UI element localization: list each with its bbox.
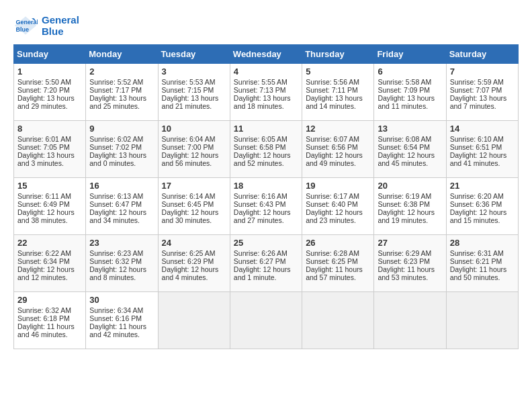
sunset: Sunset: 6:43 PM	[234, 200, 286, 208]
daylight: Daylight: 12 hours and 34 minutes.	[89, 208, 146, 224]
day-cell-27: 27Sunrise: 6:29 AMSunset: 6:23 PMDayligh…	[374, 235, 446, 292]
day-number: 23	[89, 238, 154, 248]
day-number: 9	[89, 124, 154, 134]
sunset: Sunset: 6:56 PM	[306, 143, 358, 151]
day-cell-16: 16Sunrise: 6:13 AMSunset: 6:47 PMDayligh…	[86, 178, 158, 235]
sunset: Sunset: 7:09 PM	[378, 86, 430, 94]
day-cell-11: 11Sunrise: 6:05 AMSunset: 6:58 PMDayligh…	[230, 121, 302, 178]
day-cell-4: 4Sunrise: 5:55 AMSunset: 7:13 PMDaylight…	[230, 64, 302, 121]
daylight: Daylight: 12 hours and 45 minutes.	[378, 151, 435, 167]
day-cell-21: 21Sunrise: 6:20 AMSunset: 6:36 PMDayligh…	[446, 178, 518, 235]
sunrise: Sunrise: 6:11 AM	[17, 192, 71, 200]
sunset: Sunset: 7:02 PM	[89, 143, 142, 151]
daylight: Daylight: 11 hours and 53 minutes.	[378, 265, 435, 281]
logo-text-general: General	[42, 14, 79, 26]
sunset: Sunset: 6:58 PM	[234, 143, 286, 151]
day-cell-2: 2Sunrise: 5:52 AMSunset: 7:17 PMDaylight…	[86, 64, 158, 121]
daylight: Daylight: 12 hours and 4 minutes.	[162, 265, 219, 281]
sunset: Sunset: 6:54 PM	[378, 143, 430, 151]
sunrise: Sunrise: 5:50 AM	[17, 78, 71, 86]
sunset: Sunset: 6:29 PM	[162, 257, 214, 265]
day-number: 2	[89, 66, 154, 77]
day-number: 10	[162, 124, 226, 134]
sunset: Sunset: 6:40 PM	[306, 200, 358, 208]
sunset: Sunset: 7:05 PM	[17, 143, 70, 151]
day-cell-14: 14Sunrise: 6:10 AMSunset: 6:51 PMDayligh…	[446, 121, 518, 178]
day-number: 24	[162, 238, 226, 248]
daylight: Daylight: 13 hours and 7 minutes.	[450, 94, 507, 110]
day-number: 5	[306, 66, 370, 77]
day-number: 4	[234, 66, 298, 77]
daylight: Daylight: 12 hours and 1 minute.	[234, 265, 291, 281]
daylight: Daylight: 12 hours and 38 minutes.	[17, 208, 75, 224]
day-cell-19: 19Sunrise: 6:17 AMSunset: 6:40 PMDayligh…	[302, 178, 374, 235]
day-number: 17	[162, 181, 226, 191]
day-number: 22	[17, 238, 82, 248]
day-cell-20: 20Sunrise: 6:19 AMSunset: 6:38 PMDayligh…	[374, 178, 446, 235]
daylight: Daylight: 13 hours and 14 minutes.	[306, 94, 363, 110]
day-cell-25: 25Sunrise: 6:26 AMSunset: 6:27 PMDayligh…	[230, 235, 302, 292]
sunrise: Sunrise: 5:55 AM	[234, 78, 287, 86]
day-cell-29: 29Sunrise: 6:32 AMSunset: 6:18 PMDayligh…	[14, 292, 86, 349]
day-number: 8	[17, 124, 82, 134]
calendar-week-1: 1Sunrise: 5:50 AMSunset: 7:20 PMDaylight…	[14, 64, 519, 121]
sunrise: Sunrise: 6:01 AM	[17, 135, 71, 143]
sunset: Sunset: 7:11 PM	[306, 86, 358, 94]
daylight: Daylight: 12 hours and 15 minutes.	[450, 208, 507, 224]
day-cell-9: 9Sunrise: 6:02 AMSunset: 7:02 PMDaylight…	[86, 121, 158, 178]
sunset: Sunset: 7:00 PM	[162, 143, 214, 151]
day-number: 16	[89, 181, 154, 191]
daylight: Daylight: 11 hours and 42 minutes.	[89, 322, 146, 338]
sunset: Sunset: 6:23 PM	[378, 257, 430, 265]
header-saturday: Saturday	[446, 45, 518, 64]
sunrise: Sunrise: 6:07 AM	[306, 135, 359, 143]
daylight: Daylight: 12 hours and 30 minutes.	[162, 208, 219, 224]
daylight: Daylight: 12 hours and 41 minutes.	[450, 151, 507, 167]
day-number: 13	[378, 124, 442, 134]
calendar-body: 1Sunrise: 5:50 AMSunset: 7:20 PMDaylight…	[14, 64, 519, 349]
daylight: Daylight: 12 hours and 23 minutes.	[306, 208, 363, 224]
header-monday: Monday	[86, 45, 158, 64]
day-number: 30	[89, 295, 154, 305]
day-cell-13: 13Sunrise: 6:08 AMSunset: 6:54 PMDayligh…	[374, 121, 446, 178]
daylight: Daylight: 11 hours and 46 minutes.	[17, 322, 75, 338]
day-cell-12: 12Sunrise: 6:07 AMSunset: 6:56 PMDayligh…	[302, 121, 374, 178]
sunrise: Sunrise: 6:02 AM	[89, 135, 143, 143]
sunrise: Sunrise: 6:10 AM	[450, 135, 504, 143]
sunrise: Sunrise: 6:14 AM	[162, 192, 216, 200]
page-header: General Blue General Blue	[13, 13, 519, 38]
day-cell-15: 15Sunrise: 6:11 AMSunset: 6:49 PMDayligh…	[14, 178, 86, 235]
daylight: Daylight: 11 hours and 57 minutes.	[306, 265, 363, 281]
day-number: 15	[17, 181, 82, 191]
empty-cell	[158, 292, 230, 349]
daylight: Daylight: 12 hours and 52 minutes.	[234, 151, 291, 167]
sunrise: Sunrise: 6:13 AM	[89, 192, 143, 200]
sunset: Sunset: 7:07 PM	[450, 86, 502, 94]
sunset: Sunset: 6:38 PM	[378, 200, 430, 208]
sunset: Sunset: 6:47 PM	[89, 200, 142, 208]
day-number: 20	[378, 181, 442, 191]
sunset: Sunset: 7:17 PM	[89, 86, 142, 94]
sunrise: Sunrise: 5:52 AM	[89, 78, 143, 86]
header-friday: Friday	[374, 45, 446, 64]
sunrise: Sunrise: 5:53 AM	[162, 78, 216, 86]
sunrise: Sunrise: 6:23 AM	[89, 249, 143, 257]
sunset: Sunset: 6:16 PM	[89, 314, 142, 322]
sunset: Sunset: 6:32 PM	[89, 257, 142, 265]
weekday-header-row: Sunday Monday Tuesday Wednesday Thursday…	[14, 45, 519, 64]
sunrise: Sunrise: 5:59 AM	[450, 78, 504, 86]
day-cell-1: 1Sunrise: 5:50 AMSunset: 7:20 PMDaylight…	[14, 64, 86, 121]
day-number: 29	[17, 295, 82, 305]
daylight: Daylight: 13 hours and 3 minutes.	[17, 151, 75, 167]
day-cell-23: 23Sunrise: 6:23 AMSunset: 6:32 PMDayligh…	[86, 235, 158, 292]
day-number: 18	[234, 181, 298, 191]
day-number: 27	[378, 238, 442, 248]
day-cell-28: 28Sunrise: 6:31 AMSunset: 6:21 PMDayligh…	[446, 235, 518, 292]
sunrise: Sunrise: 5:56 AM	[306, 78, 359, 86]
calendar-week-5: 29Sunrise: 6:32 AMSunset: 6:18 PMDayligh…	[14, 292, 519, 349]
sunset: Sunset: 6:49 PM	[17, 200, 70, 208]
day-number: 6	[378, 66, 442, 77]
calendar-week-3: 15Sunrise: 6:11 AMSunset: 6:49 PMDayligh…	[14, 178, 519, 235]
sunrise: Sunrise: 6:25 AM	[162, 249, 216, 257]
sunset: Sunset: 7:13 PM	[234, 86, 286, 94]
